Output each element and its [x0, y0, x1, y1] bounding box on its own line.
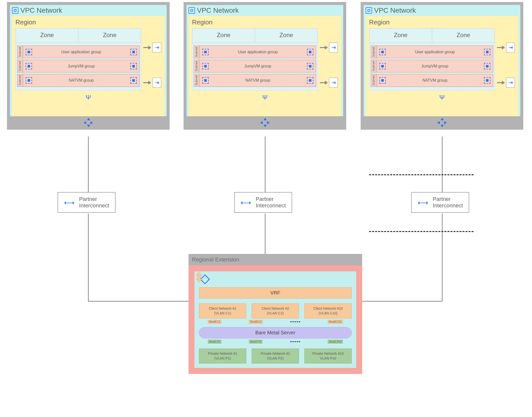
subnet-label: Subnet	[17, 60, 22, 72]
priv-name: Private Network #10	[306, 351, 350, 356]
group-label: JumpVM group	[421, 64, 448, 68]
region-title: Region	[369, 18, 515, 26]
partner-interconnect-2: ⟷ PartnerInterconnect	[234, 192, 292, 213]
instance-icon	[202, 63, 209, 69]
client-vlan: (VLAN C10)	[306, 311, 350, 316]
arrow-right-icon	[320, 82, 326, 84]
vpc-block-1: VPC Network Region Zone Zone Subnet User…	[7, 2, 170, 130]
lb-icon: ⇥	[506, 43, 515, 53]
priv-name: Private Network #2	[253, 351, 297, 356]
region-title: Region	[15, 18, 161, 26]
partner-label-2: Interconnect	[433, 202, 463, 209]
group-label: NATVM group	[422, 78, 447, 83]
group-label: User application group	[415, 50, 455, 54]
group-label: JumpVM group	[68, 64, 95, 68]
vpc-title: VPC Network	[20, 6, 62, 14]
vpc-block-3: VPC Network Region Zone Zone SubnetUser …	[361, 2, 523, 130]
vrf-box: VRF	[199, 287, 352, 298]
jumpvm-group: JumpVM group	[23, 60, 140, 72]
priv-vlan: VLAN P10	[306, 356, 350, 361]
subnet-label: Subnet	[371, 74, 376, 87]
instance-icon	[484, 77, 490, 84]
interconnect-icon: ⟷	[241, 198, 251, 207]
instance-icon	[202, 49, 209, 55]
priv-name: Private Network #1	[201, 351, 244, 356]
lb-icon: ⇥	[152, 78, 161, 88]
zone-label: Zone	[371, 32, 430, 39]
zone-label: Zone	[17, 32, 77, 39]
instance-icon	[202, 77, 209, 84]
client-vlan: (VLAN C1)	[201, 311, 244, 316]
vpc-block-2: VPC Network Region Zone Zone SubnetUser …	[184, 2, 346, 130]
bond-label: Bond1.P10	[328, 340, 343, 344]
network-icon: Ψ	[439, 94, 445, 101]
lb-icon: ⇥	[329, 43, 338, 53]
partner-interconnect-3: ⟷ PartnerInterconnect	[411, 192, 469, 213]
jumpvm-group: JumpVM group	[377, 60, 493, 72]
user-app-group: User application group	[23, 46, 140, 58]
subnet-label: Subnet	[194, 46, 199, 58]
vpc-icon	[366, 7, 372, 14]
subnet-label: Subnet	[17, 46, 22, 58]
lb-icon: ⇥	[152, 43, 161, 53]
subnet-label: Subnet	[17, 74, 22, 87]
network-icon: Ψ	[86, 94, 91, 101]
instance-icon	[307, 77, 313, 84]
partner-label-2: Interconnect	[256, 202, 286, 209]
partner-interconnect-1: ⟷ PartnerInterconnect	[58, 192, 115, 213]
arrow-right-icon	[320, 47, 326, 49]
user-app-group: User application group	[377, 46, 493, 58]
zone-label: Zone	[434, 32, 493, 39]
partner-label-1: Partner	[433, 196, 463, 202]
ellipsis-line-top	[369, 174, 474, 175]
interconnect-icon: ⟷	[418, 198, 428, 207]
group-label: JumpVM group	[244, 64, 271, 68]
bare-metal-server: Bare Metal Server	[199, 327, 352, 338]
lb-icon: ⇥	[329, 78, 338, 88]
client-network-10: Client Network #10(VLAN C10)	[304, 303, 352, 318]
client-network-1: Client Network #1(VLAN C1)	[199, 303, 246, 318]
jumpvm-group: JumpVM group	[199, 60, 316, 72]
instance-icon	[379, 63, 386, 69]
instance-icon	[26, 63, 32, 69]
client-name: Client Network #10	[306, 306, 350, 311]
lb-icon: ⇥	[506, 78, 515, 88]
arrow-right-icon	[497, 82, 503, 84]
peering-icon	[438, 118, 446, 127]
group-label: User application group	[61, 50, 101, 54]
instance-icon	[484, 63, 490, 69]
group-label: NATVM group	[69, 78, 94, 83]
vpc-title: VPC Network	[374, 6, 416, 14]
peering-icon	[84, 118, 93, 127]
network-icon: Ψ	[262, 94, 268, 101]
instance-icon	[26, 77, 32, 84]
instance-icon	[130, 63, 137, 69]
partner-label-1: Partner	[256, 196, 286, 202]
zone-label: Zone	[194, 32, 253, 39]
subnet-label: Subnet	[371, 60, 376, 72]
partner-label-1: Partner	[79, 196, 109, 202]
bond-label: Bond0.C1	[208, 320, 221, 324]
natvm-group: NATVM group	[377, 74, 493, 87]
partner-label-2: Interconnect	[79, 202, 109, 209]
instance-icon	[26, 49, 32, 55]
priv-vlan: (VLAN P2)	[253, 356, 297, 361]
subnet-label: Subnet	[371, 46, 376, 58]
regional-extension-title: Regional Extension	[189, 254, 362, 265]
arrow-right-icon	[143, 82, 149, 84]
instance-icon	[130, 49, 137, 55]
private-network-2: Private Network #2(VLAN P2)	[252, 349, 299, 363]
instance-icon	[307, 49, 313, 55]
group-label: NATVM group	[245, 78, 270, 83]
bond-label: Bond0.C2	[249, 320, 262, 324]
stack-icon	[200, 274, 210, 284]
client-network-2: Client Network #2(VLAN C2)	[252, 303, 299, 318]
instance-icon	[307, 63, 313, 69]
regional-extension: Regional Extension VRF Client Network #1…	[189, 254, 362, 374]
natvm-group: NATVM group	[23, 74, 140, 87]
client-vlan: (VLAN C2)	[253, 311, 297, 316]
vpc-icon	[189, 7, 195, 14]
subnet-label: Subnet	[194, 60, 199, 72]
private-network-1: Private Network #1(VLAN P1)	[199, 349, 246, 363]
natvm-group: NATVM group	[199, 74, 316, 87]
